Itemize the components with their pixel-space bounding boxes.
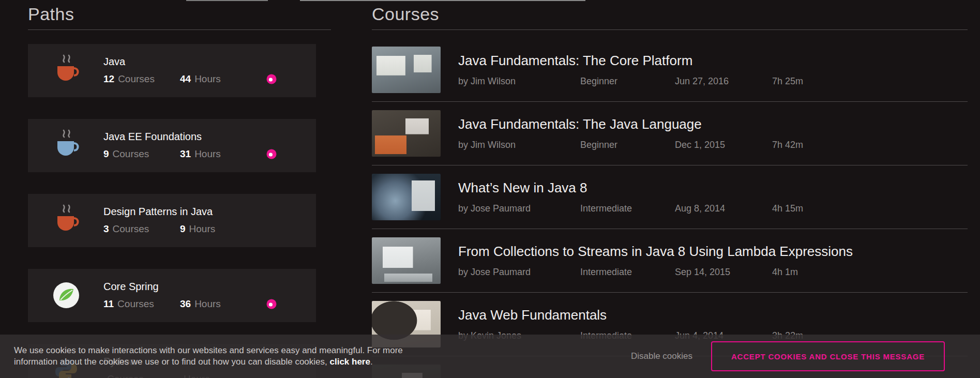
path-hours: 44Hours xyxy=(180,73,243,85)
course-title-link[interactable]: Java Web Fundamentals xyxy=(458,307,803,323)
section-divider xyxy=(28,29,331,30)
path-hours: 9Hours xyxy=(180,223,243,235)
course-author: by Jose Paumard xyxy=(458,267,580,278)
courses-heading: Courses xyxy=(372,0,968,25)
course-meta: by Jose Paumard Intermediate Sep 14, 201… xyxy=(458,267,853,278)
course-level: Beginner xyxy=(580,140,675,150)
path-hours: 36Hours xyxy=(180,298,243,310)
path-courses: 12Courses xyxy=(103,73,180,85)
course-level: Intermediate xyxy=(580,203,675,214)
course-row[interactable]: What’s New in Java 8 by Jose Paumard Int… xyxy=(372,165,968,229)
path-card-core-spring[interactable]: Core Spring 11Courses 36Hours xyxy=(28,269,316,322)
path-title: Core Spring xyxy=(103,281,277,293)
courses-section: Courses Java Fundamentals: The Core Plat… xyxy=(372,0,968,378)
course-meta: by Jim Wilson Beginner Dec 1, 2015 7h 42… xyxy=(458,140,803,150)
course-date: Aug 8, 2014 xyxy=(675,203,772,214)
path-courses: 3Courses xyxy=(103,223,180,235)
cookie-message-end: . xyxy=(370,357,373,367)
course-date: Dec 1, 2015 xyxy=(675,140,772,150)
course-thumbnail[interactable] xyxy=(372,174,441,220)
course-date: Sep 14, 2015 xyxy=(675,267,772,278)
course-duration: 7h 25m xyxy=(772,76,803,87)
course-thumbnail[interactable] xyxy=(372,47,441,93)
course-author: by Jim Wilson xyxy=(458,76,580,87)
path-courses: 11Courses xyxy=(103,298,180,310)
path-courses: 9Courses xyxy=(103,148,180,160)
path-card-java[interactable]: Java 12Courses 44Hours xyxy=(28,44,316,97)
course-thumbnail[interactable] xyxy=(372,237,441,284)
spring-leaf-icon xyxy=(48,273,85,317)
path-card-java-ee-foundations[interactable]: Java EE Foundations 9Courses 31Hours xyxy=(28,119,316,172)
course-date: Jun 27, 2016 xyxy=(675,76,772,87)
path-title: Java EE Foundations xyxy=(103,131,277,143)
path-title: Design Patterns in Java xyxy=(103,206,243,218)
path-badge-icon xyxy=(266,73,277,85)
path-card-design-patterns-in-java[interactable]: Design Patterns in Java 3Courses 9Hours xyxy=(28,194,316,247)
course-title-link[interactable]: What’s New in Java 8 xyxy=(458,180,803,196)
course-meta: by Jim Wilson Beginner Jun 27, 2016 7h 2… xyxy=(458,76,803,87)
course-duration: 7h 42m xyxy=(772,140,803,150)
java-coffee-cup-icon xyxy=(48,123,85,168)
cookie-click-here-link[interactable]: click here xyxy=(329,357,370,367)
disable-cookies-button[interactable]: Disable cookies xyxy=(631,351,692,361)
course-duration: 4h 1m xyxy=(772,267,798,278)
path-badge-icon xyxy=(266,148,277,160)
course-level: Intermediate xyxy=(580,267,675,278)
course-title-link[interactable]: Java Fundamentals: The Java Language xyxy=(458,116,803,132)
path-title: Java xyxy=(103,56,277,68)
course-author: by Jose Paumard xyxy=(458,203,580,214)
course-duration: 4h 15m xyxy=(772,203,803,214)
paths-section: Paths Java 12Courses 44Hours xyxy=(28,0,331,378)
course-row[interactable]: Java Fundamentals: The Java Language by … xyxy=(372,102,968,165)
course-thumbnail[interactable] xyxy=(372,110,441,157)
course-row[interactable]: From Collections to Streams in Java 8 Us… xyxy=(372,229,968,293)
accept-cookies-button[interactable]: ACCEPT COOKIES AND CLOSE THIS MESSAGE xyxy=(711,341,945,371)
course-title-link[interactable]: From Collections to Streams in Java 8 Us… xyxy=(458,244,853,260)
course-row[interactable]: Java Fundamentals: The Core Platform by … xyxy=(372,38,968,102)
java-coffee-cup-icon xyxy=(48,198,85,243)
cookie-message: We use cookies to make interactions with… xyxy=(14,345,428,368)
path-hours: 31Hours xyxy=(180,148,243,160)
cookie-banner: We use cookies to make interactions with… xyxy=(0,335,980,378)
path-badge-icon xyxy=(266,298,277,310)
course-meta: by Jose Paumard Intermediate Aug 8, 2014… xyxy=(458,203,803,214)
course-title-link[interactable]: Java Fundamentals: The Core Platform xyxy=(458,53,803,69)
paths-heading: Paths xyxy=(28,0,331,25)
java-coffee-cup-icon xyxy=(48,48,85,93)
course-author: by Jim Wilson xyxy=(458,140,580,150)
course-list: Java Fundamentals: The Core Platform by … xyxy=(372,30,968,378)
course-level: Beginner xyxy=(580,76,675,87)
